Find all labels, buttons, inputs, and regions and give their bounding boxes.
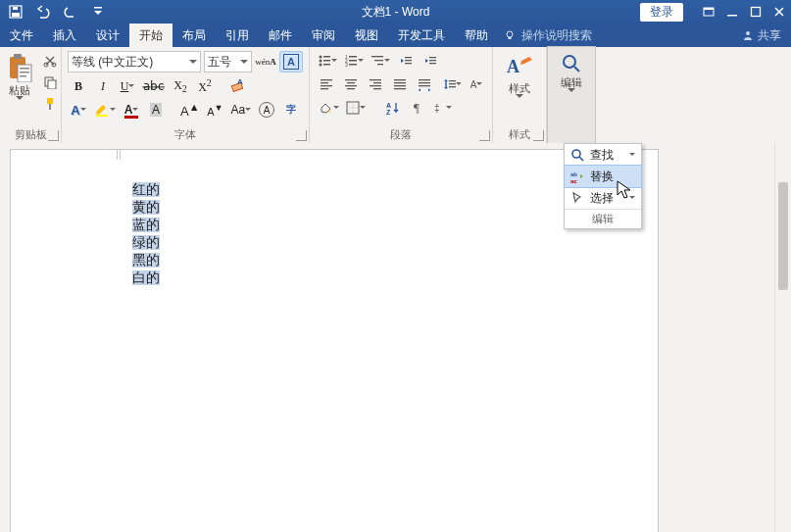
group-clipboard: 粘贴 剪贴板	[0, 47, 62, 143]
tab-design[interactable]: 设计	[86, 24, 129, 47]
text-effects-button[interactable]: A	[68, 100, 89, 120]
tell-me-input[interactable]	[519, 27, 612, 43]
ribbon: 粘贴 剪贴板 等线 (中文正文) 五号 wénA A B I U a̶b̶c̶	[0, 47, 791, 144]
svg-rect-65	[419, 85, 430, 86]
tab-home[interactable]: 开始	[129, 24, 173, 47]
text-line[interactable]: 黄的	[132, 200, 160, 215]
svg-point-26	[320, 56, 322, 59]
align-center-button[interactable]	[340, 74, 362, 94]
format-painter-button[interactable]	[39, 94, 61, 114]
undo-button[interactable]	[31, 1, 55, 23]
snap-to-grid-button[interactable]: ‡	[430, 98, 454, 118]
character-shading-button[interactable]: A	[145, 100, 167, 120]
editing-button[interactable]: 编辑	[554, 51, 589, 93]
shrink-font-button[interactable]: A▼	[204, 100, 225, 120]
increase-indent-button[interactable]	[420, 51, 441, 71]
svg-rect-48	[321, 82, 328, 83]
menu-item-find[interactable]: 查找	[565, 144, 641, 166]
scrollbar-thumb[interactable]	[778, 182, 788, 290]
tell-me-search[interactable]	[504, 24, 612, 47]
tab-help[interactable]: 帮助	[455, 24, 498, 47]
svg-rect-16	[20, 75, 26, 77]
sort-button[interactable]: AZ	[381, 98, 403, 118]
cut-button[interactable]	[39, 51, 61, 71]
svg-rect-14	[20, 68, 29, 70]
qat-customize-button[interactable]	[86, 1, 110, 23]
align-right-button[interactable]	[365, 74, 386, 94]
phonetic-guide-button[interactable]: wénA	[255, 52, 276, 72]
dialog-launcher-icon[interactable]	[48, 130, 59, 141]
numbering-button[interactable]: 123	[342, 51, 366, 71]
tab-file[interactable]: 文件	[0, 24, 43, 47]
asian-text-direction-button[interactable]: A	[466, 74, 487, 94]
tab-developer[interactable]: 开发工具	[388, 24, 455, 47]
document-page[interactable]: 红的 黄的 蓝的 绿的 黑的 白的	[10, 149, 659, 532]
dialog-launcher-icon[interactable]	[479, 130, 490, 141]
align-left-button[interactable]	[316, 74, 337, 94]
paint-bucket-icon	[318, 100, 333, 116]
change-case-button[interactable]: Aa	[228, 100, 253, 120]
svg-rect-47	[321, 79, 332, 80]
styles-button[interactable]: A 样式	[500, 51, 539, 99]
tab-review[interactable]: 审阅	[302, 24, 345, 47]
text-line[interactable]: 黑的	[132, 253, 160, 267]
maximize-button[interactable]	[744, 1, 767, 23]
dialog-launcher-icon[interactable]	[296, 130, 307, 141]
tab-layout[interactable]: 布局	[173, 24, 216, 47]
multilevel-list-button[interactable]	[369, 51, 392, 71]
align-distributed-button[interactable]	[414, 74, 435, 94]
borders-button[interactable]	[344, 98, 368, 118]
text-line[interactable]: 蓝的	[132, 218, 160, 232]
align-justify-button[interactable]	[389, 74, 411, 94]
svg-rect-50	[321, 88, 328, 89]
character-border-button[interactable]: A	[279, 51, 303, 73]
font-name-combo[interactable]: 等线 (中文正文)	[68, 51, 201, 73]
line-spacing-icon	[443, 77, 456, 91]
asian-layout-button[interactable]: 字	[280, 100, 302, 120]
show-hide-marks-button[interactable]: ¶	[406, 98, 427, 118]
document-text[interactable]: 红的 黄的 蓝的 绿的 黑的 白的	[132, 181, 160, 287]
text-line[interactable]: 白的	[132, 270, 160, 285]
text-line[interactable]: 绿的	[132, 235, 160, 250]
dialog-launcher-icon[interactable]	[533, 130, 544, 141]
minimize-button[interactable]	[720, 1, 744, 23]
login-button[interactable]: 登录	[640, 3, 683, 22]
highlighter-icon	[94, 102, 110, 118]
grow-font-button[interactable]: A▲	[178, 100, 201, 120]
line-spacing-button[interactable]	[441, 74, 463, 94]
group-editing: 编辑 .	[547, 46, 596, 144]
highlight-button[interactable]	[92, 100, 118, 120]
tab-view[interactable]: 视图	[345, 24, 388, 47]
group-label-font: 字体	[62, 127, 309, 143]
shading-button[interactable]	[316, 98, 341, 118]
subscript-button[interactable]: X2	[170, 76, 191, 96]
vertical-scrollbar[interactable]	[774, 143, 791, 532]
save-button[interactable]	[4, 1, 27, 23]
tab-references[interactable]: 引用	[216, 24, 259, 47]
tab-mailings[interactable]: 邮件	[259, 24, 302, 47]
share-button[interactable]: 共享	[732, 24, 791, 47]
enclose-characters-button[interactable]: A	[256, 100, 277, 120]
text-line[interactable]: 红的	[132, 182, 160, 197]
decrease-indent-button[interactable]	[395, 51, 417, 71]
svg-rect-21	[47, 98, 53, 104]
lightbulb-icon	[504, 29, 516, 41]
italic-button[interactable]: I	[92, 76, 114, 96]
copy-button[interactable]	[39, 73, 61, 92]
redo-button[interactable]	[59, 1, 82, 23]
paste-icon	[6, 53, 33, 82]
strikethrough-button[interactable]: a̶b̶c̶	[141, 76, 167, 96]
font-size-combo[interactable]: 五号	[204, 51, 252, 73]
tab-insert[interactable]: 插入	[43, 24, 86, 47]
chevron-down-icon	[110, 108, 116, 112]
paste-button[interactable]: 粘贴	[6, 51, 33, 101]
clear-formatting-button[interactable]: A	[227, 76, 249, 96]
ribbon-display-options-button[interactable]	[697, 1, 720, 23]
font-color-button[interactable]: A	[121, 100, 142, 120]
underline-button[interactable]: U	[117, 76, 138, 96]
svg-rect-67	[449, 80, 456, 81]
bullets-button[interactable]	[316, 51, 339, 71]
close-button[interactable]	[767, 1, 791, 23]
superscript-button[interactable]: X2	[194, 76, 216, 96]
bold-button[interactable]: B	[68, 76, 89, 96]
